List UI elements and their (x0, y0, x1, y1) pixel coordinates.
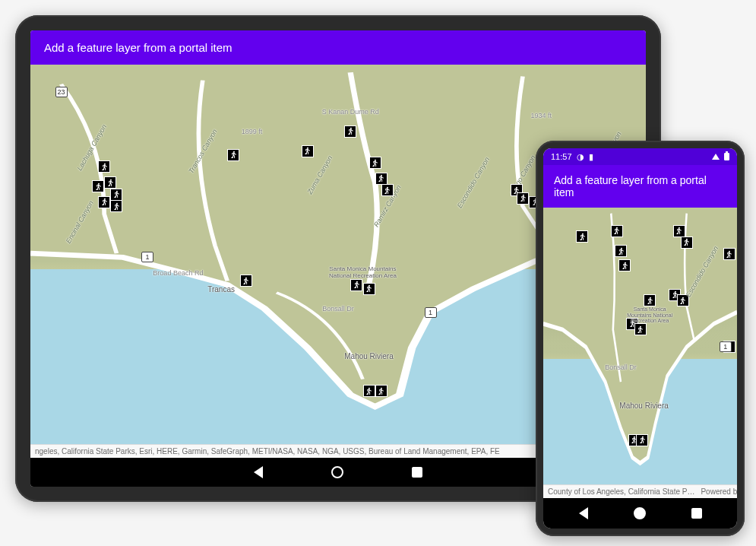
status-time: 11:57 (551, 152, 572, 161)
nav-recents-button[interactable] (691, 508, 702, 519)
trailhead-marker[interactable] (110, 200, 122, 212)
android-nav-bar (543, 498, 737, 529)
app-title: Add a feature layer from a portal item (554, 174, 707, 198)
trailhead-marker[interactable] (723, 248, 735, 260)
map-attribution: County of Los Angeles, California State … (543, 484, 737, 498)
trailhead-marker[interactable] (618, 259, 631, 271)
trailhead-marker[interactable] (681, 236, 693, 249)
trailhead-marker[interactable] (517, 192, 529, 205)
app-bar: Add a feature layer from a portal item (543, 165, 737, 208)
notification-icon: ▮ (589, 152, 593, 162)
trailhead-marker[interactable] (381, 184, 394, 196)
highway-shield: 1 (141, 252, 153, 262)
trailhead-marker[interactable] (375, 385, 387, 397)
trailhead-marker[interactable] (92, 180, 104, 192)
highway-shield: 1 (720, 341, 732, 352)
wifi-icon (712, 154, 720, 160)
trailhead-marker[interactable] (227, 149, 239, 161)
trailhead-marker[interactable] (644, 294, 656, 306)
app-title: Add a feature layer from a portal item (44, 41, 232, 54)
highway-shield: 23 (55, 87, 68, 97)
trailhead-marker[interactable] (636, 434, 648, 446)
phone-device-frame: 11:57 ◑ ▮ Add a feature layer from a por… (536, 141, 745, 536)
trailhead-marker[interactable] (240, 275, 252, 287)
coastline (543, 208, 737, 498)
nav-back-button[interactable] (254, 466, 263, 478)
trailhead-marker[interactable] (611, 225, 623, 237)
trailhead-marker[interactable] (350, 279, 362, 291)
trailhead-marker[interactable] (104, 176, 116, 189)
trailhead-marker[interactable] (363, 385, 375, 397)
nav-back-button[interactable] (579, 507, 588, 519)
status-bar: 11:57 ◑ ▮ (543, 148, 737, 165)
attribution-text: ngeles, California State Parks, Esri, HE… (35, 447, 500, 456)
trailhead-marker[interactable] (369, 157, 381, 169)
map-view[interactable]: Santa Monica Mountains National Recreati… (543, 208, 737, 498)
nav-home-button[interactable] (634, 507, 646, 519)
trailhead-marker[interactable] (375, 173, 387, 185)
trailhead-marker[interactable] (302, 145, 314, 157)
trailhead-marker[interactable] (344, 125, 356, 138)
trailhead-marker[interactable] (677, 294, 689, 306)
trailhead-marker[interactable] (363, 283, 375, 295)
nav-home-button[interactable] (331, 466, 343, 478)
trailhead-marker[interactable] (634, 323, 647, 335)
trailhead-marker[interactable] (673, 225, 685, 237)
app-bar: Add a feature layer from a portal item (30, 30, 646, 65)
debug-icon: ◑ (577, 152, 584, 162)
trailhead-marker[interactable] (98, 160, 110, 173)
trailhead-marker[interactable] (110, 189, 122, 201)
attribution-text: County of Los Angeles, California State … (548, 487, 694, 496)
battery-icon (724, 153, 729, 160)
attribution-powered-by: Powered by Esri (701, 487, 737, 496)
trailhead-marker[interactable] (98, 196, 110, 208)
trailhead-marker[interactable] (615, 245, 627, 257)
nav-recents-button[interactable] (412, 467, 422, 478)
highway-shield: 1 (425, 307, 437, 318)
phone-screen: 11:57 ◑ ▮ Add a feature layer from a por… (543, 148, 737, 529)
trailhead-marker[interactable] (576, 230, 588, 243)
